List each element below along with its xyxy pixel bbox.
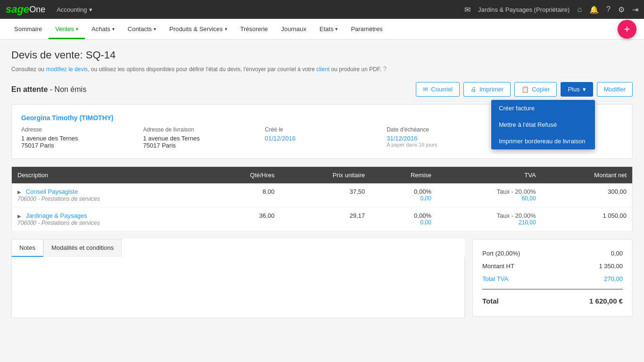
nav-achats[interactable]: Achats ▾ (85, 19, 121, 39)
settings-icon[interactable]: ⚙ (618, 5, 625, 14)
remise2-pct: 0,00% (376, 212, 431, 219)
table-row: ▶ Conseil Paysagiste 706000 - Prestation… (12, 183, 633, 207)
sage-brand: sage (6, 3, 29, 16)
plus-chevron: ▾ (583, 86, 586, 93)
ht-label: Montant HT (482, 263, 514, 270)
print-icon: 🖨 (471, 86, 477, 93)
row2-description: ▶ Jardinage & Paysages 706000 - Prestati… (12, 207, 206, 231)
port-value: 0,00 (611, 250, 623, 257)
page-subtitle: Consultez ou modifiez le devis, ou utili… (11, 65, 633, 73)
help-icon[interactable]: ? (606, 5, 611, 14)
top-bar: sage One Accounting ▾ ✉ Jardins & Paysag… (0, 0, 644, 19)
tva1-label: Taux - 20,00% (443, 188, 536, 195)
row1-remise: 0,00% 0,00 (371, 183, 437, 207)
delivery-line1: 1 avenue des Ternes (143, 135, 257, 142)
remise1-val: 0,00 (376, 195, 431, 202)
dropdown-imprimer-bordereau[interactable]: Imprimer bordereau de livraison (491, 133, 595, 149)
nav-items: Sommaire Ventes ▾ Achats ▾ Contacts ▾ Pr… (8, 19, 389, 39)
mail-icon: ✉ (423, 86, 428, 93)
nav-journaux[interactable]: Journaux (274, 19, 313, 39)
logout-icon[interactable]: ⇥ (632, 5, 638, 14)
imprimer-label: Imprimer (479, 86, 504, 93)
tva1-val: 60,00 (443, 195, 536, 202)
due-date: 31/12/2016 (387, 135, 501, 142)
accounting-menu-btn[interactable]: Accounting ▾ (57, 6, 92, 13)
ht-row: Montant HT 1 350,00 (482, 260, 623, 272)
created-label: Créé le (265, 126, 379, 133)
port-label: Port (20,00%) (482, 250, 520, 257)
status-sub: - Non émis (50, 85, 86, 93)
expand-icon-2[interactable]: ▶ (17, 214, 21, 219)
bottom-section: Notes Modalités et conditions Port (20,0… (11, 239, 633, 318)
remise1-pct: 0,00% (376, 188, 431, 195)
tva-label: Total TVA (482, 275, 508, 282)
col-tva: TVA (437, 167, 542, 184)
tab-notes[interactable]: Notes (11, 239, 43, 257)
copier-button[interactable]: 📋 Copier (514, 82, 557, 97)
dropdown-mettre-refuse[interactable]: Mettre à l'état Refusé (491, 116, 595, 133)
delivery-label: Adresse de livraison (143, 126, 257, 133)
plus-button[interactable]: Plus ▾ (561, 82, 593, 97)
mail-icon[interactable]: ✉ (464, 5, 471, 14)
home-icon[interactable]: ⌂ (577, 5, 582, 14)
nav-parametres[interactable]: Paramètres (344, 19, 389, 39)
total-label: Total (482, 297, 499, 305)
dropdown-creer-facture[interactable]: Créer facture (491, 100, 595, 116)
table-body: ▶ Conseil Paysagiste 706000 - Prestation… (12, 183, 633, 231)
nav-tresorerie[interactable]: Trésorerie (234, 19, 275, 39)
bell-icon[interactable]: 🔔 (589, 5, 599, 14)
created-date: 01/12/2016 (265, 135, 379, 142)
nav-contacts[interactable]: Contacts ▾ (121, 19, 163, 39)
plus-dropdown-menu: Créer facture Mettre à l'état Refusé Imp… (491, 100, 595, 149)
nav-produits[interactable]: Produits & Services ▾ (163, 19, 233, 39)
address-line1: 1 avenue des Ternes (21, 135, 135, 142)
fab-button[interactable]: + (618, 20, 636, 39)
created-section: Créé le 01/12/2016 (265, 126, 379, 149)
row2-price: 29,17 (280, 207, 371, 231)
page-title: Devis de vente: SQ-14 (11, 49, 633, 61)
notes-area (11, 257, 465, 318)
imprimer-button[interactable]: 🖨 Imprimer (463, 82, 511, 97)
delivery-line2: 75017 Paris (143, 142, 257, 149)
row2-remise: 0,00% 0,00 (371, 207, 437, 231)
notes-textarea[interactable] (16, 261, 461, 313)
due-label: Date d'échéance (387, 126, 501, 133)
row2-montant: 1 050,00 (542, 207, 633, 231)
main-nav: Sommaire Ventes ▾ Achats ▾ Contacts ▾ Pr… (0, 19, 644, 40)
modifier-button[interactable]: Modifier (597, 82, 633, 97)
row1-description: ▶ Conseil Paysagiste 706000 - Prestation… (12, 183, 206, 207)
nav-etats[interactable]: Etats ▾ (313, 19, 345, 39)
tabs-row: Notes Modalités et conditions (11, 239, 465, 257)
tabs-container: Notes Modalités et conditions (11, 239, 465, 318)
tva2-val: 210,00 (443, 219, 536, 226)
nav-sommaire[interactable]: Sommaire (8, 19, 49, 39)
action-buttons: ✉ Courriel 🖨 Imprimer 📋 Copier Plus ▾ Cr… (416, 82, 633, 97)
item2-name[interactable]: Jardinage & Paysages (26, 212, 87, 219)
expand-icon[interactable]: ▶ (17, 189, 21, 195)
item1-account: 706000 - Prestations de services (17, 196, 100, 202)
tva-value: 270,00 (604, 275, 623, 282)
status-actions: En attente - Non émis ✉ Courriel 🖨 Impri… (11, 82, 633, 97)
row1-qty: 8,00 (206, 183, 280, 207)
sage-logo: sage One (6, 3, 45, 16)
courriel-button[interactable]: ✉ Courriel (416, 82, 460, 97)
row1-tva: Taux - 20,00% 60,00 (437, 183, 542, 207)
tab-modalites[interactable]: Modalités et conditions (43, 239, 122, 257)
top-bar-right: ✉ Jardins & Paysages (Propriétaire) ⌂ 🔔 … (464, 5, 638, 14)
modify-link[interactable]: modifiez le devis (46, 66, 88, 73)
question-icon[interactable]: ? (383, 65, 387, 73)
status-text: En attente - Non émis (11, 85, 86, 94)
client-link[interactable]: client (316, 66, 330, 73)
tva-row: Total TVA 270,00 (482, 272, 623, 285)
page-content: Devis de vente: SQ-14 Consultez ou modif… (0, 40, 644, 328)
item1-name[interactable]: Conseil Paysagiste (26, 188, 78, 195)
table-header-row: Description Qté/Hres Prix unitaire Remis… (12, 167, 633, 184)
nav-ventes[interactable]: Ventes ▾ (49, 19, 85, 39)
col-montant: Montant net (542, 167, 633, 184)
item2-account: 706000 - Prestations de services (17, 220, 100, 226)
address-line2: 75017 Paris (21, 142, 135, 149)
table-header: Description Qté/Hres Prix unitaire Remis… (12, 167, 633, 184)
courriel-label: Courriel (431, 86, 453, 93)
row2-qty: 36,00 (206, 207, 280, 231)
due-note: À payer dans 16 jours (387, 142, 501, 148)
